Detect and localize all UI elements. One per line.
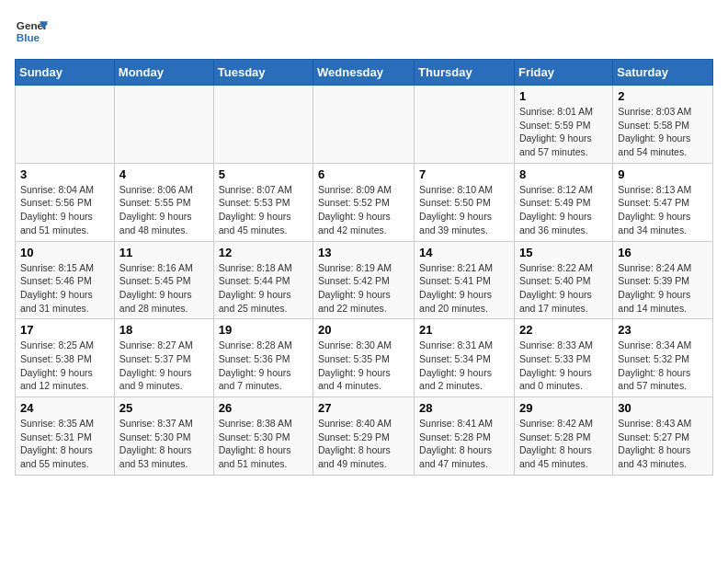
- weekday-header-thursday: Thursday: [415, 60, 515, 86]
- day-info: Sunrise: 8:28 AM Sunset: 5:36 PM Dayligh…: [219, 339, 308, 393]
- calendar-day-24: 24Sunrise: 8:35 AM Sunset: 5:31 PM Dayli…: [16, 397, 115, 476]
- day-info: Sunrise: 8:27 AM Sunset: 5:37 PM Dayligh…: [119, 339, 209, 393]
- calendar-day-23: 23Sunrise: 8:34 AM Sunset: 5:32 PM Dayli…: [613, 319, 713, 397]
- calendar-day-15: 15Sunrise: 8:22 AM Sunset: 5:40 PM Dayli…: [514, 241, 612, 319]
- day-number: 17: [20, 323, 109, 337]
- day-info: Sunrise: 8:42 AM Sunset: 5:28 PM Dayligh…: [519, 417, 608, 471]
- calendar-day-9: 9Sunrise: 8:13 AM Sunset: 5:47 PM Daylig…: [613, 163, 713, 241]
- weekday-header-friday: Friday: [514, 60, 612, 86]
- day-number: 13: [318, 246, 409, 259]
- day-info: Sunrise: 8:43 AM Sunset: 5:27 PM Dayligh…: [618, 417, 708, 471]
- day-number: 16: [618, 246, 708, 259]
- calendar-day-3: 3Sunrise: 8:04 AM Sunset: 5:56 PM Daylig…: [16, 163, 115, 241]
- calendar-day-25: 25Sunrise: 8:37 AM Sunset: 5:30 PM Dayli…: [114, 397, 213, 476]
- day-number: 1: [519, 89, 608, 103]
- day-info: Sunrise: 8:37 AM Sunset: 5:30 PM Dayligh…: [119, 417, 209, 471]
- day-number: 11: [119, 246, 209, 259]
- calendar-day-16: 16Sunrise: 8:24 AM Sunset: 5:39 PM Dayli…: [613, 241, 713, 319]
- day-number: 5: [219, 167, 308, 181]
- day-info: Sunrise: 8:04 AM Sunset: 5:56 PM Dayligh…: [20, 183, 109, 237]
- day-number: 18: [119, 323, 209, 337]
- empty-cell: [114, 86, 213, 164]
- day-info: Sunrise: 8:12 AM Sunset: 5:49 PM Dayligh…: [519, 183, 608, 237]
- day-info: Sunrise: 8:10 AM Sunset: 5:50 PM Dayligh…: [419, 183, 509, 237]
- day-number: 19: [219, 323, 308, 337]
- logo-icon: General Blue: [15, 15, 48, 48]
- calendar-day-12: 12Sunrise: 8:18 AM Sunset: 5:44 PM Dayli…: [213, 241, 313, 319]
- day-number: 14: [419, 246, 509, 259]
- empty-cell: [415, 86, 515, 164]
- day-number: 27: [318, 401, 409, 415]
- day-info: Sunrise: 8:07 AM Sunset: 5:53 PM Dayligh…: [219, 183, 308, 237]
- day-number: 10: [20, 246, 109, 259]
- calendar-day-10: 10Sunrise: 8:15 AM Sunset: 5:46 PM Dayli…: [16, 241, 115, 319]
- day-info: Sunrise: 8:09 AM Sunset: 5:52 PM Dayligh…: [318, 183, 409, 237]
- day-info: Sunrise: 8:31 AM Sunset: 5:34 PM Dayligh…: [419, 339, 509, 393]
- calendar-day-28: 28Sunrise: 8:41 AM Sunset: 5:28 PM Dayli…: [415, 397, 515, 476]
- day-number: 2: [618, 89, 708, 103]
- day-info: Sunrise: 8:41 AM Sunset: 5:28 PM Dayligh…: [419, 417, 509, 471]
- calendar-day-20: 20Sunrise: 8:30 AM Sunset: 5:35 PM Dayli…: [313, 319, 415, 397]
- weekday-header-monday: Monday: [114, 60, 213, 86]
- day-number: 29: [519, 401, 608, 415]
- day-info: Sunrise: 8:22 AM Sunset: 5:40 PM Dayligh…: [519, 261, 608, 316]
- day-info: Sunrise: 8:40 AM Sunset: 5:29 PM Dayligh…: [318, 417, 409, 471]
- day-info: Sunrise: 8:18 AM Sunset: 5:44 PM Dayligh…: [219, 261, 308, 316]
- calendar-day-5: 5Sunrise: 8:07 AM Sunset: 5:53 PM Daylig…: [213, 163, 313, 241]
- day-number: 23: [618, 323, 708, 337]
- calendar-day-17: 17Sunrise: 8:25 AM Sunset: 5:38 PM Dayli…: [16, 319, 115, 397]
- day-info: Sunrise: 8:25 AM Sunset: 5:38 PM Dayligh…: [20, 339, 109, 393]
- calendar-day-8: 8Sunrise: 8:12 AM Sunset: 5:49 PM Daylig…: [514, 163, 612, 241]
- day-number: 20: [318, 323, 409, 337]
- calendar-day-1: 1Sunrise: 8:01 AM Sunset: 5:59 PM Daylig…: [514, 86, 612, 164]
- header: General Blue: [15, 15, 713, 48]
- calendar-day-4: 4Sunrise: 8:06 AM Sunset: 5:55 PM Daylig…: [114, 163, 213, 241]
- calendar-day-13: 13Sunrise: 8:19 AM Sunset: 5:42 PM Dayli…: [313, 241, 415, 319]
- day-info: Sunrise: 8:34 AM Sunset: 5:32 PM Dayligh…: [618, 339, 708, 393]
- day-info: Sunrise: 8:21 AM Sunset: 5:41 PM Dayligh…: [419, 261, 509, 316]
- calendar-day-2: 2Sunrise: 8:03 AM Sunset: 5:58 PM Daylig…: [613, 86, 713, 164]
- day-number: 3: [20, 167, 109, 181]
- calendar-day-22: 22Sunrise: 8:33 AM Sunset: 5:33 PM Dayli…: [514, 319, 612, 397]
- day-number: 4: [119, 167, 209, 181]
- day-info: Sunrise: 8:24 AM Sunset: 5:39 PM Dayligh…: [618, 261, 708, 316]
- day-number: 7: [419, 167, 509, 181]
- calendar-day-7: 7Sunrise: 8:10 AM Sunset: 5:50 PM Daylig…: [415, 163, 515, 241]
- weekday-header-sunday: Sunday: [16, 60, 115, 86]
- day-info: Sunrise: 8:33 AM Sunset: 5:33 PM Dayligh…: [519, 339, 608, 393]
- calendar-day-11: 11Sunrise: 8:16 AM Sunset: 5:45 PM Dayli…: [114, 241, 213, 319]
- calendar-day-6: 6Sunrise: 8:09 AM Sunset: 5:52 PM Daylig…: [313, 163, 415, 241]
- svg-text:Blue: Blue: [17, 31, 40, 43]
- day-info: Sunrise: 8:03 AM Sunset: 5:58 PM Dayligh…: [618, 105, 708, 159]
- day-number: 6: [318, 167, 409, 181]
- day-info: Sunrise: 8:35 AM Sunset: 5:31 PM Dayligh…: [20, 417, 109, 471]
- weekday-header-wednesday: Wednesday: [313, 60, 415, 86]
- day-number: 22: [519, 323, 608, 337]
- calendar-day-21: 21Sunrise: 8:31 AM Sunset: 5:34 PM Dayli…: [415, 319, 515, 397]
- calendar-day-26: 26Sunrise: 8:38 AM Sunset: 5:30 PM Dayli…: [213, 397, 313, 476]
- day-info: Sunrise: 8:15 AM Sunset: 5:46 PM Dayligh…: [20, 261, 109, 316]
- weekday-header-saturday: Saturday: [613, 60, 713, 86]
- day-info: Sunrise: 8:06 AM Sunset: 5:55 PM Dayligh…: [119, 183, 209, 237]
- day-number: 26: [219, 401, 308, 415]
- empty-cell: [313, 86, 415, 164]
- day-number: 9: [618, 167, 708, 181]
- calendar-day-29: 29Sunrise: 8:42 AM Sunset: 5:28 PM Dayli…: [514, 397, 612, 476]
- day-info: Sunrise: 8:13 AM Sunset: 5:47 PM Dayligh…: [618, 183, 708, 237]
- day-info: Sunrise: 8:30 AM Sunset: 5:35 PM Dayligh…: [318, 339, 409, 393]
- day-number: 30: [618, 401, 708, 415]
- day-info: Sunrise: 8:38 AM Sunset: 5:30 PM Dayligh…: [219, 417, 308, 471]
- weekday-header-tuesday: Tuesday: [213, 60, 313, 86]
- day-number: 15: [519, 246, 608, 259]
- calendar-table: SundayMondayTuesdayWednesdayThursdayFrid…: [15, 59, 713, 476]
- calendar-day-30: 30Sunrise: 8:43 AM Sunset: 5:27 PM Dayli…: [613, 397, 713, 476]
- day-number: 8: [519, 167, 608, 181]
- calendar-day-14: 14Sunrise: 8:21 AM Sunset: 5:41 PM Dayli…: [415, 241, 515, 319]
- day-number: 12: [219, 246, 308, 259]
- day-number: 24: [20, 401, 109, 415]
- day-info: Sunrise: 8:19 AM Sunset: 5:42 PM Dayligh…: [318, 261, 409, 316]
- calendar-day-19: 19Sunrise: 8:28 AM Sunset: 5:36 PM Dayli…: [213, 319, 313, 397]
- calendar-day-18: 18Sunrise: 8:27 AM Sunset: 5:37 PM Dayli…: [114, 319, 213, 397]
- empty-cell: [213, 86, 313, 164]
- logo: General Blue: [15, 15, 48, 48]
